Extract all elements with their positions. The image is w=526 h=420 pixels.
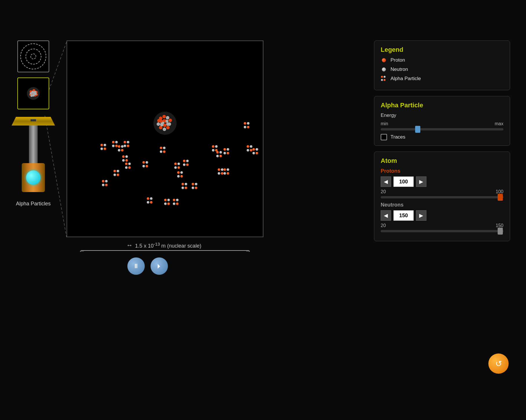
- energy-slider-section: min max: [381, 121, 503, 130]
- mini-nucleus: [25, 85, 42, 102]
- scattered-alpha-particle: [252, 148, 259, 155]
- protons-stepper: ◀ 100 ▶: [381, 176, 503, 187]
- protons-min-label: 20: [381, 189, 386, 194]
- neutron-legend-label: Neutron: [391, 67, 408, 72]
- atom-box: Atom Protons ◀ 100 ▶ 20 100 Neutrons ◀ 1…: [374, 152, 510, 241]
- svg-point-32: [160, 123, 164, 126]
- legend-proton: Proton: [381, 57, 503, 63]
- neutrons-slider-track[interactable]: [381, 230, 503, 232]
- scattered-alpha-particle: [192, 183, 199, 190]
- scattered-alpha-particle: [182, 183, 188, 190]
- gold-plate: [12, 117, 55, 126]
- svg-point-14: [32, 94, 35, 97]
- scattered-alpha-particle: [125, 163, 132, 170]
- energy-min-label: min: [381, 121, 388, 126]
- neutrons-stepper: ◀ 150 ▶: [381, 210, 503, 221]
- scattered-alpha-particle: [164, 199, 171, 206]
- reset-button[interactable]: ↺: [488, 353, 509, 374]
- scattered-alpha-particle: [147, 197, 154, 204]
- svg-point-19: [162, 115, 166, 118]
- neutrons-min-label: 20: [381, 223, 386, 228]
- svg-point-15: [30, 92, 32, 95]
- energy-max-label: max: [495, 121, 503, 126]
- scattered-alpha-particle: [244, 122, 251, 129]
- traces-label: Traces: [391, 134, 405, 140]
- proton-legend-label: Proton: [391, 57, 405, 63]
- beam-tube: [29, 126, 38, 163]
- scattered-alpha-particle: [142, 161, 149, 168]
- legend-neutron: Neutron: [381, 66, 503, 73]
- alpha-particle-box: Alpha Particle Energy min max Traces: [374, 96, 510, 146]
- scattered-alpha-particle: [160, 147, 167, 154]
- traces-checkbox[interactable]: [381, 134, 387, 140]
- atom-thumbnail: [17, 40, 49, 72]
- neutrons-increment[interactable]: ▶: [416, 210, 426, 221]
- pause-button[interactable]: ⏸: [127, 257, 145, 275]
- svg-point-23: [166, 126, 170, 129]
- protons-range-labels: 20 100: [381, 189, 503, 194]
- neutrons-value: 150: [393, 210, 414, 221]
- energy-minmax-labels: min max: [381, 121, 503, 126]
- neutrons-slider-thumb[interactable]: [498, 228, 503, 235]
- scattered-alpha-particle: [122, 155, 129, 162]
- neutrons-decrement[interactable]: ◀: [381, 210, 391, 221]
- svg-point-26: [157, 122, 160, 126]
- playback-controls[interactable]: ⏸ ⏵: [127, 257, 168, 275]
- step-button[interactable]: ⏵: [151, 257, 168, 275]
- scattered-alpha-particle: [102, 180, 109, 187]
- alpha-legend-label: Alpha Particle: [391, 76, 421, 82]
- left-panel: Alpha Particles: [12, 40, 55, 207]
- protons-slider-thumb[interactable]: [498, 194, 503, 201]
- scattered-alpha-particle: [124, 141, 131, 148]
- scale-text: 1.5 x 10-13 m (nuclear scale): [135, 242, 201, 249]
- traces-row: Traces: [381, 134, 503, 140]
- cyan-source-button: [26, 170, 41, 185]
- nucleus-thumbnail: [17, 78, 49, 109]
- scattered-alpha-particle: [183, 160, 190, 167]
- legend-alpha: Alpha Particle: [381, 75, 503, 82]
- energy-slider-thumb[interactable]: [415, 126, 420, 133]
- protons-decrement[interactable]: ◀: [381, 176, 391, 187]
- energy-label: Energy: [381, 113, 503, 118]
- right-panel: Legend Proton Neutron Alpha Particle A: [374, 40, 510, 241]
- protons-value: 100: [393, 176, 414, 187]
- protons-label: Protons: [381, 168, 503, 174]
- alpha-particles-label: Alpha Particles: [16, 201, 51, 207]
- alpha-legend-icon: [381, 75, 387, 82]
- neutrons-range-labels: 20 150: [381, 223, 503, 228]
- protons-slider-section: 20 100: [381, 189, 503, 198]
- neutrons-label: Neutrons: [381, 202, 503, 208]
- protons-slider-track[interactable]: [381, 196, 503, 198]
- scattered-alpha-particle: [223, 148, 230, 155]
- scattered-alpha-particle: [177, 171, 184, 178]
- svg-point-35: [160, 120, 163, 123]
- legend-box: Legend Proton Neutron Alpha Particle: [374, 40, 510, 90]
- scattered-alpha-particle: [173, 199, 180, 206]
- source-cylinder: [22, 163, 45, 192]
- proton-legend-icon: [381, 57, 387, 63]
- svg-point-33: [163, 119, 166, 122]
- scattered-alpha-particle: [216, 151, 223, 158]
- svg-point-20: [166, 116, 169, 119]
- protons-increment[interactable]: ▶: [416, 176, 426, 187]
- gold-plate-slit: [30, 119, 36, 121]
- scattered-alpha-particle: [174, 163, 181, 170]
- neutrons-slider-section: 20 150: [381, 223, 503, 232]
- scattered-alpha-particle: [100, 144, 107, 151]
- simulation-area: [67, 40, 263, 237]
- svg-point-31: [163, 124, 166, 127]
- energy-slider-track[interactable]: [381, 128, 503, 130]
- svg-point-16: [34, 93, 37, 95]
- atom-title: Atom: [381, 157, 503, 165]
- alpha-panel-title: Alpha Particle: [381, 102, 503, 109]
- svg-point-24: [163, 128, 166, 131]
- legend-title: Legend: [381, 46, 503, 54]
- svg-point-34: [166, 120, 168, 123]
- main-nucleus: [152, 110, 178, 136]
- svg-point-21: [168, 119, 172, 122]
- svg-point-30: [166, 122, 170, 126]
- source-apparatus: [12, 117, 55, 192]
- scale-bar: ↔ 1.5 x 10-13 m (nuclear scale) ← →: [67, 242, 263, 251]
- scattered-alpha-particle: [113, 170, 120, 177]
- scattered-alpha-particle: [223, 168, 230, 175]
